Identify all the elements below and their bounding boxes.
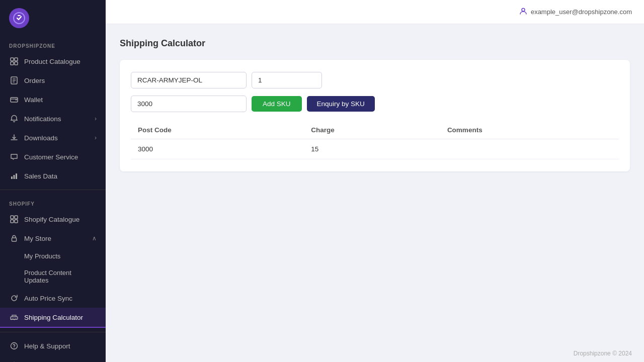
main-content: example_user@dropshipzone.com Shipping C… — [106, 0, 644, 362]
svg-rect-3 — [11, 62, 14, 65]
svg-point-21 — [14, 347, 15, 348]
sidebar-item-shipping-calculator-label: Shipping Calculator — [24, 314, 83, 321]
col-header-postcode: Post Code — [131, 121, 304, 139]
enquiry-by-sku-button[interactable]: Enquiry by SKU — [307, 96, 375, 112]
content-area: Shipping Calculator Add SKU Enquiry by S… — [106, 24, 644, 345]
chevron-right-icon2: › — [95, 134, 97, 141]
sidebar: DROPSHIPZONE Product Catalogue Orders Wa… — [0, 0, 106, 362]
logo[interactable] — [0, 0, 106, 36]
svg-point-24 — [522, 8, 525, 11]
sidebar-item-wallet[interactable]: Wallet — [0, 90, 106, 109]
footer-copyright: Dropshipzone © 2024 — [574, 350, 632, 357]
qty-input[interactable] — [252, 72, 322, 88]
sync-icon — [9, 293, 19, 303]
sidebar-item-my-products[interactable]: My Products — [0, 248, 106, 264]
wallet-icon — [9, 95, 19, 105]
lock-icon — [9, 233, 19, 243]
sidebar-item-my-products-label: My Products — [24, 252, 60, 260]
svg-rect-14 — [11, 216, 14, 219]
shipping-calculator-card: Add SKU Enquiry by SKU Post Code Charge … — [120, 60, 630, 171]
svg-rect-17 — [15, 220, 18, 223]
sidebar-item-shopify-catalogue[interactable]: Shopify Catalogue — [0, 210, 106, 229]
bell-icon — [9, 114, 19, 124]
sku-row — [131, 72, 619, 88]
col-header-comments: Comments — [440, 121, 619, 139]
svg-rect-16 — [11, 220, 14, 223]
section-dropshipzone-label: DROPSHIPZONE — [0, 36, 106, 52]
sidebar-item-help-support-label: Help & Support — [24, 342, 70, 350]
sidebar-item-product-content-updates-label: Product Content Updates — [24, 269, 97, 284]
svg-rect-15 — [15, 216, 18, 219]
sidebar-item-auto-price-sync-label: Auto Price Sync — [24, 295, 72, 302]
topbar-user: example_user@dropshipzone.com — [519, 7, 632, 17]
svg-rect-1 — [11, 58, 14, 61]
topbar: example_user@dropshipzone.com — [106, 0, 644, 24]
sku-input[interactable] — [131, 72, 247, 88]
sidebar-item-customer-service[interactable]: Customer Service — [0, 147, 106, 166]
col-header-charge: Charge — [304, 121, 440, 139]
svg-point-10 — [16, 99, 17, 100]
grid-icon — [9, 56, 19, 66]
svg-rect-11 — [11, 176, 13, 179]
sidebar-item-product-content-updates[interactable]: Product Content Updates — [0, 264, 106, 289]
sidebar-item-downloads[interactable]: Downloads › — [0, 128, 106, 147]
account-user-icon — [9, 360, 19, 362]
sidebar-item-my-store[interactable]: My Store ∧ — [0, 229, 106, 248]
sidebar-item-customer-service-label: Customer Service — [24, 153, 78, 161]
sidebar-item-help-support[interactable]: Help & Support — [0, 336, 106, 355]
results-table: Post Code Charge Comments 3000 15 — [131, 121, 619, 159]
svg-rect-4 — [15, 62, 18, 65]
shopify-grid-icon — [9, 214, 19, 224]
ship-icon — [9, 312, 19, 322]
cell-comments — [440, 139, 619, 159]
sidebar-item-sales-data[interactable]: Sales Data — [0, 166, 106, 186]
table-row: 3000 15 — [131, 139, 619, 159]
sidebar-item-notifications-label: Notifications — [24, 115, 61, 123]
orders-icon — [9, 75, 19, 85]
sidebar-item-product-catalogue-label: Product Catalogue — [24, 58, 80, 65]
chevron-right-icon: › — [95, 115, 97, 122]
page-title: Shipping Calculator — [120, 38, 630, 49]
user-icon — [519, 7, 527, 17]
logo-icon — [9, 8, 29, 28]
chat-icon — [9, 152, 19, 162]
sidebar-item-notifications[interactable]: Notifications › — [0, 109, 106, 128]
sidebar-item-shipping-calculator[interactable]: Shipping Calculator — [0, 308, 106, 328]
sidebar-divider-1 — [0, 190, 106, 190]
help-icon — [9, 341, 19, 351]
svg-rect-18 — [12, 238, 17, 241]
footer: Dropshipzone © 2024 — [106, 345, 644, 362]
svg-rect-2 — [15, 58, 18, 61]
svg-rect-13 — [16, 173, 17, 179]
sidebar-item-dropshipzone-account[interactable]: Dropshipzone Account — [0, 355, 106, 362]
svg-point-0 — [14, 13, 25, 24]
postcode-input[interactable] — [131, 96, 247, 112]
add-sku-button[interactable]: Add SKU — [252, 96, 302, 112]
sidebar-item-orders[interactable]: Orders — [0, 71, 106, 90]
sidebar-item-auto-price-sync[interactable]: Auto Price Sync — [0, 289, 106, 308]
chevron-up-icon: ∧ — [92, 235, 97, 242]
action-row: Add SKU Enquiry by SKU — [131, 96, 619, 112]
sidebar-item-downloads-label: Downloads — [24, 134, 58, 142]
results-section: Post Code Charge Comments 3000 15 — [131, 121, 619, 159]
user-email: example_user@dropshipzone.com — [531, 8, 632, 16]
download-icon — [9, 133, 19, 143]
sidebar-item-product-catalogue[interactable]: Product Catalogue — [0, 52, 106, 71]
section-shopify-label: SHOPIFY — [0, 194, 106, 210]
chart-icon — [9, 171, 19, 181]
sidebar-item-shopify-catalogue-label: Shopify Catalogue — [24, 216, 79, 223]
sidebar-item-my-store-label: My Store — [24, 235, 51, 242]
cell-postcode: 3000 — [131, 139, 304, 159]
sidebar-item-sales-data-label: Sales Data — [24, 172, 57, 180]
cell-charge: 15 — [304, 139, 440, 159]
svg-rect-12 — [14, 175, 15, 179]
sidebar-divider-2 — [0, 332, 106, 332]
sidebar-item-wallet-label: Wallet — [24, 96, 43, 104]
sidebar-item-orders-label: Orders — [24, 77, 45, 84]
